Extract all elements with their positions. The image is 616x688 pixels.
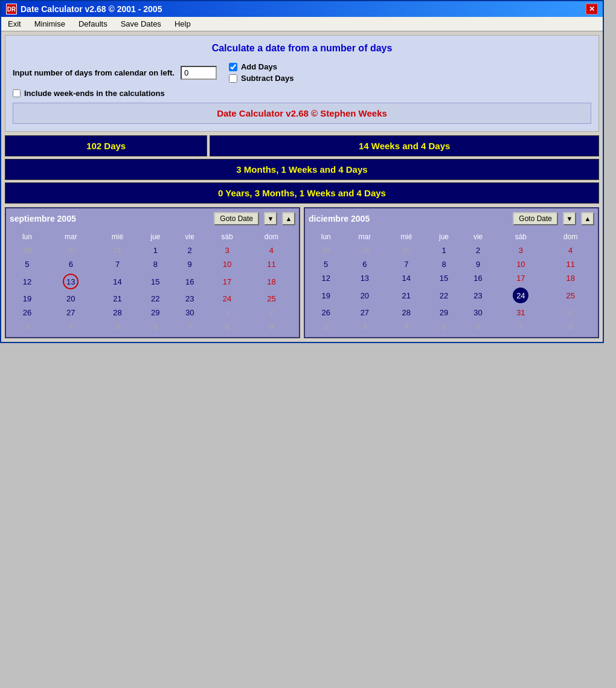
calendar-day[interactable]: 29: [138, 306, 173, 320]
calendar-day[interactable]: 14: [97, 271, 138, 292]
days-input[interactable]: [181, 66, 217, 80]
calendar-day[interactable]: 19: [10, 292, 45, 306]
cal-right-prev[interactable]: ▼: [563, 212, 576, 225]
menu-defaults[interactable]: Defaults: [77, 19, 109, 29]
calendar-day[interactable]: 4: [547, 243, 594, 257]
menu-exit[interactable]: Exit: [6, 19, 23, 29]
calendar-day[interactable]: 6: [138, 320, 173, 333]
calendar-day[interactable]: 3: [343, 320, 386, 333]
calendar-day[interactable]: 13: [343, 271, 386, 285]
calendar-day[interactable]: 30: [173, 306, 207, 320]
cal-left-prev[interactable]: ▼: [264, 212, 277, 225]
calendar-day[interactable]: 29: [10, 243, 45, 257]
calendar-day[interactable]: 25: [547, 285, 594, 306]
calendar-day[interactable]: 8: [547, 320, 594, 333]
calendar-day[interactable]: 5: [309, 257, 343, 271]
calendar-day[interactable]: 9: [461, 257, 495, 271]
calendar-day[interactable]: 2: [309, 320, 343, 333]
calendar-day[interactable]: 22: [426, 285, 461, 306]
calendar-day[interactable]: 4: [386, 320, 426, 333]
calendar-day[interactable]: 20: [45, 292, 97, 306]
close-button[interactable]: ✕: [586, 4, 598, 14]
cal-left-next[interactable]: ▲: [282, 212, 295, 225]
calendar-day[interactable]: 3: [495, 243, 547, 257]
calendar-day[interactable]: 15: [426, 271, 461, 285]
calendar-day[interactable]: 24: [207, 292, 248, 306]
calendar-day[interactable]: 30: [386, 243, 426, 257]
calendar-day[interactable]: 11: [547, 257, 594, 271]
calendar-day[interactable]: 30: [45, 243, 97, 257]
calendar-day[interactable]: 28: [386, 306, 426, 320]
cal-right-next[interactable]: ▲: [581, 212, 594, 225]
calendar-day[interactable]: 8: [138, 257, 173, 271]
calendar-day[interactable]: 1: [426, 243, 461, 257]
calendar-day[interactable]: 8: [426, 257, 461, 271]
calendar-day[interactable]: 23: [461, 285, 495, 306]
weekends-checkbox[interactable]: [13, 89, 21, 97]
calendar-day[interactable]: 11: [248, 257, 295, 271]
calendar-day[interactable]: 17: [207, 271, 248, 292]
calendar-day[interactable]: 12: [10, 271, 45, 292]
cal-right-goto[interactable]: Goto Date: [513, 212, 558, 225]
calendar-day[interactable]: 3: [207, 243, 248, 257]
calendar-day[interactable]: 29: [343, 243, 386, 257]
cal-left-goto[interactable]: Goto Date: [214, 212, 259, 225]
calendar-day[interactable]: 2: [461, 243, 495, 257]
calendar-day[interactable]: 21: [386, 285, 426, 306]
calendar-day[interactable]: 7: [386, 257, 426, 271]
calendar-day[interactable]: 5: [97, 320, 138, 333]
calendar-day[interactable]: 2: [173, 243, 207, 257]
calendar-day[interactable]: 6: [45, 257, 97, 271]
calendar-day[interactable]: 1: [207, 306, 248, 320]
calendar-day[interactable]: 18: [547, 271, 594, 285]
calendar-day[interactable]: 5: [10, 257, 45, 271]
menu-minimise[interactable]: Minimise: [33, 19, 67, 29]
calendar-day[interactable]: 31: [495, 306, 547, 320]
calendar-day[interactable]: 15: [138, 271, 173, 292]
calendar-day[interactable]: 16: [173, 271, 207, 292]
calendar-day[interactable]: 28: [97, 306, 138, 320]
calendar-day[interactable]: 21: [97, 292, 138, 306]
calendar-day[interactable]: 6: [461, 320, 495, 333]
calendar-day[interactable]: 26: [309, 306, 343, 320]
calendar-day[interactable]: 24: [495, 285, 547, 306]
calendar-day[interactable]: 26: [10, 306, 45, 320]
calendar-day[interactable]: 17: [495, 271, 547, 285]
calendar-day[interactable]: 8: [207, 320, 248, 333]
calendar-day[interactable]: 16: [461, 271, 495, 285]
calendar-day[interactable]: 14: [386, 271, 426, 285]
calendar-day[interactable]: 3: [10, 320, 45, 333]
calendar-day[interactable]: 9: [173, 257, 207, 271]
calendar-day[interactable]: 1: [138, 243, 173, 257]
calendar-day[interactable]: 1: [547, 306, 594, 320]
calendar-day[interactable]: 10: [495, 257, 547, 271]
calendar-day[interactable]: 4: [45, 320, 97, 333]
calendar-day[interactable]: 27: [45, 306, 97, 320]
calendar-day[interactable]: 13: [45, 271, 97, 292]
calendar-day[interactable]: 2: [248, 306, 295, 320]
calendar-day[interactable]: 7: [495, 320, 547, 333]
calendar-day[interactable]: 7: [173, 320, 207, 333]
menu-help[interactable]: Help: [173, 19, 193, 29]
calendar-day[interactable]: 4: [248, 243, 295, 257]
subtract-days-checkbox[interactable]: [229, 74, 237, 83]
calendar-day[interactable]: 27: [343, 306, 386, 320]
calendar-day[interactable]: 10: [207, 257, 248, 271]
calendar-day[interactable]: 20: [343, 285, 386, 306]
calendar-day[interactable]: 18: [248, 271, 295, 292]
calendar-day[interactable]: 22: [138, 292, 173, 306]
calendar-day[interactable]: 30: [461, 306, 495, 320]
menu-save-dates[interactable]: Save Dates: [119, 19, 163, 29]
calendar-day[interactable]: 29: [426, 306, 461, 320]
calendar-day[interactable]: 28: [309, 243, 343, 257]
calendar-day[interactable]: 25: [248, 292, 295, 306]
calendar-day[interactable]: 7: [97, 257, 138, 271]
calendar-day[interactable]: 9: [248, 320, 295, 333]
calendar-day[interactable]: 5: [426, 320, 461, 333]
calendar-day[interactable]: 23: [173, 292, 207, 306]
calendar-day[interactable]: 19: [309, 285, 343, 306]
calendar-day[interactable]: 6: [343, 257, 386, 271]
calendar-day[interactable]: 31: [97, 243, 138, 257]
calendar-day[interactable]: 12: [309, 271, 343, 285]
add-days-checkbox[interactable]: [229, 63, 237, 71]
